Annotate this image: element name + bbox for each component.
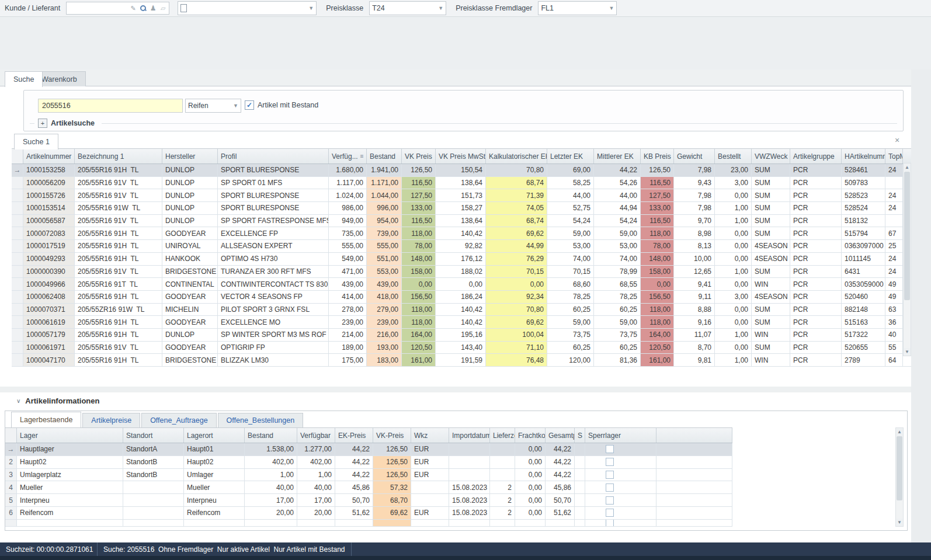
column-header-vk-preis-mwst[interactable]: VK Preis MwSt <box>436 149 486 164</box>
column-header-hersteller[interactable]: Hersteller <box>162 149 218 164</box>
column-header-profil[interactable]: Profil <box>218 149 329 164</box>
bottom-tab-lagerbestaende[interactable]: Lagerbestaende <box>11 412 81 427</box>
bottom-tab-offene-auftraege[interactable]: Offene_Auftraege <box>141 413 216 427</box>
table-row[interactable]: 1000056587205/55R16 91V TLDUNLOPSP SPORT… <box>12 215 911 228</box>
sperrlager-checkbox[interactable] <box>606 445 614 453</box>
cell-filler <box>656 456 732 468</box>
column-header-lager[interactable]: Lager <box>17 428 123 443</box>
bottom-tab-artikelpreise[interactable]: Artikelpreise <box>82 413 140 427</box>
column-header-label: Sperrlager <box>588 432 621 440</box>
column-header-lagerort[interactable]: Lagerort <box>184 428 245 443</box>
table-row[interactable]: 1000061619205/55R16 91H TLGOODYEAREXCELL… <box>12 316 911 329</box>
column-header-artikelnummer[interactable]: Artikelnummer <box>23 149 75 164</box>
preisklasse-fremdlager-combo[interactable]: FL1 ▼ <box>538 1 617 15</box>
close-results-icon[interactable]: × <box>892 135 902 145</box>
table-row[interactable] <box>5 520 732 527</box>
scroll-up-icon[interactable]: ▲ <box>904 164 911 171</box>
tab-suche[interactable]: Suche <box>5 71 43 87</box>
bottom-tab-offene-bestellungen[interactable]: Offene_Bestellungen <box>218 413 304 427</box>
edit-icon[interactable] <box>129 4 137 12</box>
cell-gewicht: 12,65 <box>674 266 715 278</box>
column-header-vk-preis[interactable]: VK Preis <box>402 149 436 164</box>
column-header-topm[interactable]: TopM <box>885 149 903 164</box>
table-row[interactable]: 1000056209205/55R16 91V TLDUNLOPSP SPORT… <box>12 177 911 190</box>
table-row[interactable]: 2Haupt02StandortBHaupt02402,00402,0044,2… <box>5 456 732 469</box>
table-row[interactable]: →1000153258205/55R16 91H TLDUNLOPSPORT B… <box>12 164 911 177</box>
column-header-artikelgruppe[interactable]: Artikelgruppe <box>790 149 842 164</box>
sort-filter-icon[interactable]: ≡ <box>360 153 364 159</box>
column-header-verfüg[interactable]: Verfüg...≡ <box>329 149 367 164</box>
table-row[interactable]: 1000061971205/55R16 91V TLGOODYEAROPTIGR… <box>12 342 911 354</box>
column-header-importdatum[interactable]: Importdatum <box>449 428 490 443</box>
column-header-wkz[interactable]: Wkz <box>411 428 449 443</box>
column-header-vk-preis[interactable]: VK-Preis <box>373 428 411 443</box>
column-header-ek-preis[interactable]: EK-Preis <box>335 428 373 443</box>
column-header-lieferzeit[interactable]: Lieferzeit <box>490 428 515 443</box>
sperrlager-checkbox[interactable] <box>606 484 614 492</box>
table-row[interactable]: 1000049966205/55R16 91T TLCONTINENTALCON… <box>12 278 911 291</box>
column-header-verfügbar[interactable]: Verfügbar <box>297 428 335 443</box>
scroll-up-icon[interactable]: ▲ <box>896 428 903 436</box>
scrollbar-thumb[interactable] <box>897 436 902 500</box>
preisklasse-combo[interactable]: T24 ▼ <box>369 1 446 15</box>
cell-vk-preis: 158,00 <box>402 266 436 278</box>
cell-bestellt: 1,00 <box>715 354 752 366</box>
table-row[interactable]: 1000047170205/55R16 91H TLBRIDGESTONEBLI… <box>12 354 911 367</box>
column-header-frachtkosten[interactable]: Frachtkosten <box>515 428 546 443</box>
eraser-icon[interactable] <box>159 4 167 12</box>
table-row[interactable]: 1000049293205/55R16 91H TLHANKOOKOPTIMO … <box>12 253 911 266</box>
cell-sperrlager <box>585 520 656 526</box>
stock-checkbox[interactable]: ✓ <box>245 100 254 110</box>
cell-verfügbar: 17,00 <box>297 494 335 506</box>
column-header-kb-preis[interactable]: KB Preis <box>641 149 674 164</box>
results-scrollbar[interactable]: ▲ ▼ <box>903 163 911 356</box>
cell-vk-preis: 120,50 <box>402 342 436 354</box>
table-row[interactable]: 1000057179205/55R16 91H TLDUNLOPSP WINTE… <box>12 329 911 342</box>
column-header-bestand[interactable]: Bestand <box>367 149 402 164</box>
column-header-bestellt[interactable]: Bestellt <box>715 149 752 164</box>
cell-kalkulatorischer-ek: 69,62 <box>486 227 547 239</box>
table-row[interactable]: 5InterpneuInterpneu17,0017,0050,7068,701… <box>5 494 732 507</box>
column-header-standort[interactable]: Standort <box>123 428 184 443</box>
scrollbar-thumb[interactable] <box>904 172 910 300</box>
sperrlager-checkbox[interactable] <box>606 509 614 517</box>
table-row[interactable]: 1000000390205/55R16 91V TLBRIDGESTONETUR… <box>12 266 911 279</box>
table-row[interactable]: 4MuellerMueller40,0040,0045,8657,3215.08… <box>5 481 732 494</box>
column-header-vwzweck[interactable]: VWZWeck <box>752 149 790 164</box>
sperrlager-checkbox[interactable] <box>606 520 614 526</box>
search-query-input[interactable]: 2055516 <box>38 99 183 113</box>
sperrlager-checkbox[interactable] <box>606 496 614 505</box>
table-row[interactable]: 1000070371205/55ZR16 91W TLMICHELINPILOT… <box>12 304 911 316</box>
sperrlager-checkbox[interactable] <box>606 471 614 479</box>
bottom-scrollbar[interactable]: ▲ ▼ <box>895 427 904 527</box>
scroll-down-icon[interactable]: ▼ <box>896 519 903 526</box>
column-header-bestand[interactable]: Bestand <box>245 428 297 443</box>
column-header-mittlerer-ek[interactable]: Mittlerer EK <box>594 149 641 164</box>
table-row[interactable]: →HauptlagerStandortAHaupt011.538,001.277… <box>5 443 732 456</box>
table-row[interactable]: 1000017519205/55R16 91H TLUNIROYALALLSEA… <box>12 240 911 253</box>
table-row[interactable]: 1000155726205/55R16 91V TLDUNLOPSPORT BL… <box>12 189 911 202</box>
column-header-gesamtpreis[interactable]: Gesamtpreis <box>546 428 575 443</box>
category-combo[interactable]: Reifen ▼ <box>185 99 241 113</box>
column-header-letzter-ek[interactable]: Letzter EK <box>547 149 594 164</box>
table-row[interactable]: 6ReifencomReifencom20,0020,0051,6269,62E… <box>5 507 732 520</box>
column-header-kalkulatorischer-ek[interactable]: Kalkulatorischer EK <box>486 149 547 164</box>
column-header-gewicht[interactable]: Gewicht <box>674 149 715 164</box>
table-row[interactable]: 1000062408205/55R16 91H TLGOODYEARVECTOR… <box>12 291 911 304</box>
table-row[interactable]: 1000072083205/55R16 91H TLGOODYEAREXCELL… <box>12 227 911 240</box>
artikelinformationen-header[interactable]: ∨ Artikelinformationen <box>0 392 911 409</box>
results-tab-suche1[interactable]: Suche 1 <box>14 134 58 149</box>
search-icon[interactable] <box>139 4 147 12</box>
column-header-hartikelnummer[interactable]: HArtikelnummer <box>842 149 885 164</box>
expand-plus-icon[interactable]: + <box>38 119 47 128</box>
document-type-combo[interactable]: ▼ <box>178 1 317 15</box>
column-header-s[interactable]: S <box>575 428 585 443</box>
column-header-sperrlager[interactable]: Sperrlager <box>585 428 656 443</box>
scroll-down-icon[interactable]: ▼ <box>904 348 911 356</box>
stamp-icon[interactable] <box>149 4 157 12</box>
sperrlager-checkbox[interactable] <box>606 458 614 466</box>
column-header-bezeichnung-1[interactable]: Bezeichnung 1 <box>75 149 162 164</box>
table-row[interactable]: 1000153514205/55R16 91W TLDUNLOPSPORT BL… <box>12 202 911 215</box>
table-row[interactable]: 3UmlagerplatzStandortBUmlager1,001,0044,… <box>5 469 732 482</box>
customer-supplier-input[interactable] <box>66 2 169 15</box>
